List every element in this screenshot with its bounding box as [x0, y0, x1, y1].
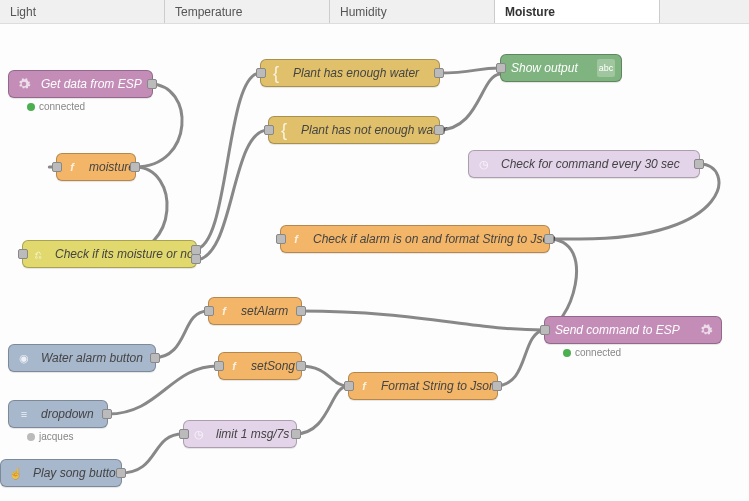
node-label: dropdown	[41, 407, 94, 421]
port-in[interactable]	[344, 381, 354, 391]
tab-label: Humidity	[340, 5, 387, 19]
port-out[interactable]	[434, 125, 444, 135]
node-status: connected	[563, 347, 621, 358]
port-out[interactable]	[102, 409, 112, 419]
tab-empty	[660, 0, 749, 23]
node-mqtt-send-command[interactable]: Send command to ESP connected	[544, 316, 722, 344]
flow-canvas[interactable]: Get data from ESP connected f moisture ⎌…	[0, 24, 749, 501]
function-icon: f	[63, 158, 81, 176]
tab-label: Moisture	[505, 5, 555, 19]
template-icon: {	[267, 64, 285, 82]
tab-label: Temperature	[175, 5, 242, 19]
node-switch-moisture[interactable]: ⎌ Check if its moisture or not	[22, 240, 197, 268]
function-icon: f	[215, 302, 233, 320]
port-in[interactable]	[256, 68, 266, 78]
port-in[interactable]	[276, 234, 286, 244]
status-text: connected	[575, 347, 621, 358]
port-out[interactable]	[694, 159, 704, 169]
node-mqtt-get-data[interactable]: Get data from ESP connected	[8, 70, 153, 98]
gear-icon	[697, 321, 715, 339]
node-inject-check-command[interactable]: ◷ Check for command every 30 sec	[468, 150, 700, 178]
list-icon: ≡	[15, 405, 33, 423]
node-label: Format String to Json	[381, 379, 496, 393]
port-in[interactable]	[18, 249, 28, 259]
port-in[interactable]	[540, 325, 550, 335]
function-icon: f	[287, 230, 305, 248]
node-fn-setsong[interactable]: f setSong	[218, 352, 302, 380]
node-label: limit 1 msg/7s	[216, 427, 289, 441]
debug-badge: abc	[597, 59, 615, 77]
port-in[interactable]	[214, 361, 224, 371]
status-text: connected	[39, 101, 85, 112]
node-delay-limit[interactable]: ◷ limit 1 msg/7s	[183, 420, 297, 448]
timer-icon: ◷	[475, 155, 493, 173]
port-in[interactable]	[264, 125, 274, 135]
port-in[interactable]	[204, 306, 214, 316]
port-out-2[interactable]	[191, 254, 201, 264]
node-ui-dropdown[interactable]: ≡ dropdown jacques	[8, 400, 108, 428]
node-ui-water-alarm[interactable]: ◉ Water alarm button	[8, 344, 156, 372]
port-out[interactable]	[116, 468, 126, 478]
tab-humidity[interactable]: Humidity	[330, 0, 495, 23]
tab-moisture[interactable]: Moisture	[495, 0, 660, 23]
node-label: Check if its moisture or not	[55, 247, 197, 261]
node-fn-moisture[interactable]: f moisture	[56, 153, 136, 181]
port-out[interactable]	[544, 234, 554, 244]
node-template-enough[interactable]: { Plant has enough water	[260, 59, 440, 87]
status-dot-icon	[563, 349, 571, 357]
function-icon: f	[225, 357, 243, 375]
port-in[interactable]	[52, 162, 62, 172]
node-status: connected	[27, 101, 85, 112]
status-text: jacques	[39, 431, 73, 442]
tabs-bar: Light Temperature Humidity Moisture	[0, 0, 749, 24]
node-label: Show output	[511, 61, 578, 75]
node-fn-alarm-json[interactable]: f Check if alarm is on and format String…	[280, 225, 550, 253]
gear-icon	[15, 75, 33, 93]
port-out[interactable]	[150, 353, 160, 363]
function-icon: f	[355, 377, 373, 395]
tab-light[interactable]: Light	[0, 0, 165, 23]
port-out[interactable]	[296, 306, 306, 316]
node-fn-setalarm[interactable]: f setAlarm	[208, 297, 302, 325]
port-out[interactable]	[291, 429, 301, 439]
port-in[interactable]	[496, 63, 506, 73]
port-out[interactable]	[296, 361, 306, 371]
node-ui-play-song[interactable]: ☝ Play song button	[0, 459, 122, 487]
timer-icon: ◷	[190, 425, 208, 443]
template-icon: {	[275, 121, 293, 139]
port-in[interactable]	[179, 429, 189, 439]
node-label: Play song button	[33, 466, 122, 480]
node-status: jacques	[27, 431, 73, 442]
node-template-not-enough[interactable]: { Plant has not enough water	[268, 116, 440, 144]
node-label: Get data from ESP	[41, 77, 142, 91]
node-label: Check for command every 30 sec	[501, 157, 680, 171]
port-out[interactable]	[434, 68, 444, 78]
node-debug-show-output[interactable]: Show output abc	[500, 54, 622, 82]
node-label: setSong	[251, 359, 295, 373]
switch-icon: ⎌	[29, 245, 47, 263]
node-label: Check if alarm is on and format String t…	[313, 232, 556, 246]
slider-icon: ◉	[15, 349, 33, 367]
tab-temperature[interactable]: Temperature	[165, 0, 330, 23]
port-out[interactable]	[147, 79, 157, 89]
hand-icon: ☝	[7, 464, 25, 482]
node-label: setAlarm	[241, 304, 288, 318]
port-out[interactable]	[492, 381, 502, 391]
node-label: moisture	[89, 160, 135, 174]
node-label: Plant has not enough water	[301, 123, 447, 137]
node-label: Water alarm button	[41, 351, 143, 365]
port-out[interactable]	[130, 162, 140, 172]
node-label: Send command to ESP	[555, 323, 680, 337]
status-dot-icon	[27, 433, 35, 441]
status-dot-icon	[27, 103, 35, 111]
tab-label: Light	[10, 5, 36, 19]
node-fn-format-json[interactable]: f Format String to Json	[348, 372, 498, 400]
node-label: Plant has enough water	[293, 66, 419, 80]
